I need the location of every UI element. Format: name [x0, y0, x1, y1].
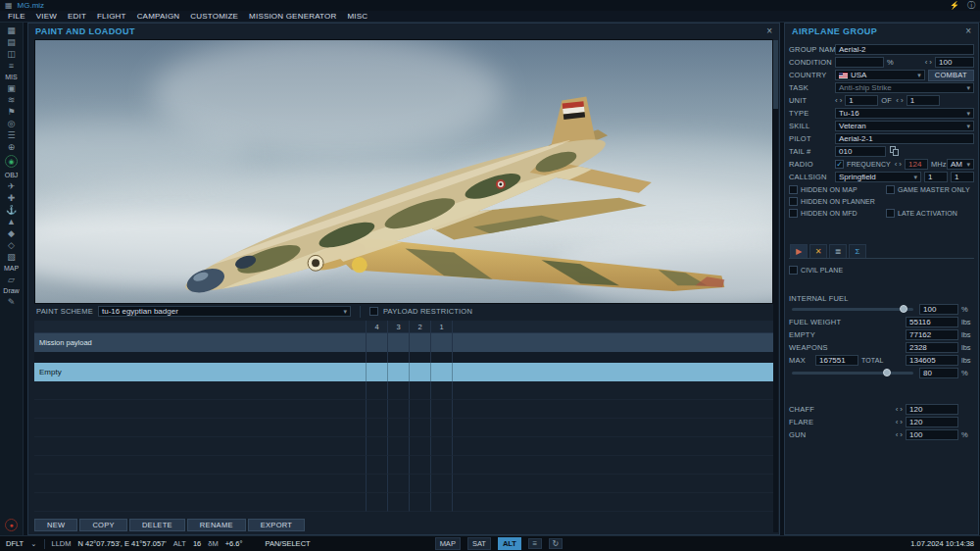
chaff-stepper[interactable]: ‹›	[896, 406, 903, 414]
copy-icon[interactable]	[889, 146, 900, 157]
weather-icon[interactable]: ≋	[3, 94, 21, 106]
slider-handle[interactable]	[883, 369, 891, 376]
fuel-percent-slider[interactable]	[792, 372, 913, 375]
static-object-icon[interactable]: ◆	[3, 227, 21, 239]
triggers-icon[interactable]: ⚑	[3, 106, 21, 118]
game-master-only-checkbox[interactable]	[886, 185, 895, 194]
country-dropdown[interactable]: USA ▾	[835, 70, 925, 80]
increment-icon[interactable]: ›	[899, 161, 902, 169]
close-icon[interactable]: ×	[766, 26, 772, 36]
ship-icon[interactable]: ⚓	[3, 204, 21, 216]
center-map-icon[interactable]: ◉	[5, 155, 18, 168]
hidden-on-mfd-checkbox[interactable]	[789, 209, 798, 218]
sat-view-button[interactable]: SAT	[467, 537, 491, 550]
internal-fuel-value[interactable]: 100	[919, 304, 958, 315]
tab-systems-icon[interactable]: ≣	[829, 244, 847, 258]
menu-flight[interactable]: FLIGHT	[97, 12, 126, 21]
effects-icon[interactable]: ▧	[3, 251, 21, 263]
coord-format-toggle[interactable]: LLDM	[52, 539, 72, 548]
menu-campaign[interactable]: CAMPAIGN	[137, 12, 180, 21]
callsign-number-input[interactable]: 1	[924, 172, 948, 182]
airplane-icon[interactable]: ✈	[3, 180, 21, 192]
alt-view-button[interactable]: ALT	[498, 537, 521, 550]
skill-dropdown[interactable]: Veteran ▾	[835, 121, 974, 131]
condition-input[interactable]	[835, 57, 884, 68]
map-layer-icon[interactable]: ▱	[3, 274, 21, 285]
gun-value[interactable]: 100	[906, 429, 958, 440]
mission-options-icon[interactable]: ≡	[3, 60, 21, 72]
callsign-flight-input[interactable]: 1	[951, 172, 974, 182]
decrement-icon[interactable]: ‹	[896, 431, 899, 439]
increment-icon[interactable]: ›	[900, 406, 903, 414]
increment-icon[interactable]: ›	[900, 419, 903, 426]
delete-button[interactable]: DELETE	[129, 519, 185, 531]
modulation-dropdown[interactable]: AM ▾	[947, 159, 974, 170]
hidden-on-planner-checkbox[interactable]	[789, 197, 798, 206]
max-weight-input[interactable]: 167551	[815, 355, 858, 366]
unit-total-value[interactable]: 1	[906, 95, 940, 106]
decrement-icon[interactable]: ‹	[895, 161, 898, 169]
menu-edit[interactable]: EDIT	[68, 12, 86, 21]
fuel-percent-value[interactable]: 80	[919, 368, 958, 378]
power-icon[interactable]: ⚡	[950, 1, 959, 10]
pilot-input[interactable]: Aerial-2-1	[835, 133, 974, 144]
chaff-value[interactable]: 120	[906, 404, 958, 415]
unit-count-value[interactable]: 1	[845, 95, 878, 106]
increment-icon[interactable]: ›	[901, 97, 904, 105]
goals-icon[interactable]: ◎	[3, 118, 21, 129]
copy-button[interactable]: COPY	[79, 519, 126, 531]
tab-summary-icon[interactable]: Σ	[849, 244, 866, 258]
menu-mission-generator[interactable]: MISSION GENERATOR	[249, 12, 336, 21]
menu-view[interactable]: VIEW	[36, 12, 57, 21]
tab-route-icon[interactable]: ▶	[790, 244, 808, 258]
civil-plane-checkbox[interactable]	[789, 266, 798, 275]
info-icon[interactable]: ⓘ	[967, 0, 975, 11]
record-icon[interactable]: ●	[5, 519, 18, 531]
radio-checkbox[interactable]: ✓	[835, 160, 844, 169]
increment-icon[interactable]: ›	[900, 431, 903, 439]
close-icon[interactable]: ×	[965, 26, 971, 36]
type-dropdown[interactable]: Tu-16 ▾	[835, 108, 974, 119]
payload-table[interactable]: 4 3 2 1 Mission payload Empty	[34, 321, 773, 512]
rename-button[interactable]: RENAME	[187, 519, 246, 531]
tail-number-input[interactable]: 010	[835, 146, 886, 157]
payload-restriction-checkbox[interactable]	[369, 307, 378, 316]
menu-customize[interactable]: CUSTOMIZE	[190, 12, 238, 21]
frequency-stepper[interactable]: ‹›	[895, 161, 902, 169]
draw-icon[interactable]: ✎	[3, 296, 21, 308]
unit-total-stepper[interactable]: ‹›	[896, 97, 903, 105]
decrement-icon[interactable]: ‹	[896, 97, 899, 105]
open-mission-icon[interactable]: ▤	[3, 36, 21, 48]
increment-icon[interactable]: ›	[840, 97, 843, 105]
menu-file[interactable]: FILE	[8, 12, 25, 21]
decrement-icon[interactable]: ‹	[896, 419, 899, 426]
template-icon[interactable]: ◇	[3, 239, 21, 251]
callsign-dropdown[interactable]: Springfield ▾	[835, 172, 921, 182]
gun-stepper[interactable]: ‹›	[896, 431, 903, 439]
tab-payload-icon[interactable]: ✕	[809, 244, 827, 258]
paint-scheme-dropdown[interactable]: tu-16 egyptian badger ▾	[98, 306, 351, 317]
menu-misc[interactable]: MISC	[347, 12, 368, 21]
flare-value[interactable]: 120	[906, 417, 958, 427]
table-row[interactable]: Mission payload	[34, 333, 773, 352]
lists-icon[interactable]: ☰	[3, 129, 21, 141]
briefing-icon[interactable]: ▣	[3, 82, 21, 94]
vertical-scrollbar[interactable]	[773, 40, 778, 532]
decrement-icon[interactable]: ‹	[925, 59, 928, 67]
group-name-input[interactable]: Aerial-2	[835, 44, 974, 55]
frequency-value[interactable]: 124	[905, 159, 928, 170]
table-row-selected[interactable]: Empty	[34, 363, 773, 381]
late-activation-checkbox[interactable]	[886, 209, 895, 218]
save-mission-icon[interactable]: ◫	[3, 48, 21, 60]
new-button[interactable]: NEW	[34, 519, 77, 531]
decrement-icon[interactable]: ‹	[896, 406, 899, 414]
layer-dropdown[interactable]: DFLT	[6, 539, 24, 548]
export-button[interactable]: EXPORT	[248, 519, 306, 531]
map-filter-icon[interactable]: ≡	[528, 538, 542, 549]
helicopter-icon[interactable]: ✚	[3, 192, 21, 204]
internal-fuel-slider[interactable]	[792, 308, 913, 311]
decrement-icon[interactable]: ‹	[835, 97, 838, 105]
new-mission-icon[interactable]: ▦	[3, 25, 21, 36]
condition-percent-value[interactable]: 100	[935, 57, 974, 68]
scrollbar-thumb[interactable]	[773, 40, 778, 109]
